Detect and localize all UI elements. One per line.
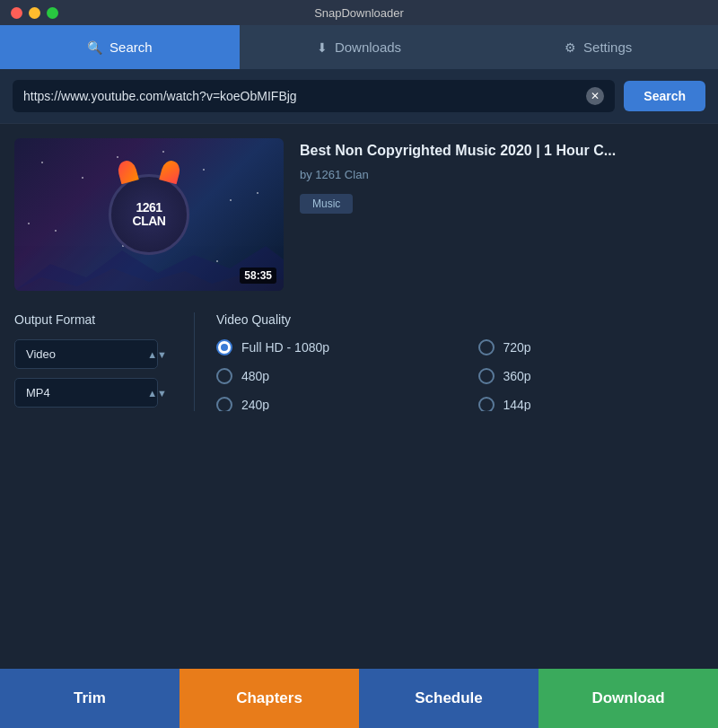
radio-360p-label: 360p <box>503 369 531 383</box>
radio-720p[interactable] <box>478 339 495 355</box>
nav-tabs: 🔍 Search ⬇ Downloads ⚙ Settings <box>0 25 718 69</box>
url-bar: ✕ Search <box>0 69 718 124</box>
radio-1080p-label: Full HD - 1080p <box>241 340 329 355</box>
quality-option-360p[interactable]: 360p <box>478 368 705 384</box>
video-info: Best Non Copyrighted Music 2020 | 1 Hour… <box>300 138 704 291</box>
bottom-toolbar: Trim Chapters Schedule Download <box>0 669 718 728</box>
content-spacer <box>0 411 718 670</box>
title-bar: SnapDownloader <box>0 0 718 25</box>
settings-section: Output Format Video Audio Video (No Audi… <box>14 312 704 411</box>
video-duration: 58:35 <box>240 268 276 284</box>
radio-480p[interactable] <box>216 368 232 384</box>
radio-144p-label: 144p <box>503 398 531 411</box>
video-quality-label: Video Quality <box>216 312 704 327</box>
maximize-window-button[interactable] <box>47 7 58 19</box>
url-input-wrap: ✕ <box>13 80 615 112</box>
video-quality-column: Video Quality Full HD - 1080p 720p 480p <box>194 312 704 411</box>
radio-360p[interactable] <box>478 368 495 384</box>
tab-downloads-label: Downloads <box>335 39 401 55</box>
schedule-button[interactable]: Schedule <box>359 669 538 728</box>
quality-option-1080p[interactable]: Full HD - 1080p <box>216 339 442 355</box>
window-controls <box>11 7 58 19</box>
video-title: Best Non Copyrighted Music 2020 | 1 Hour… <box>300 142 704 161</box>
radio-480p-label: 480p <box>241 369 269 383</box>
output-format-label: Output Format <box>14 312 176 327</box>
container-select-wrap: MP4 MKV AVI MOV WebM ▲▼ <box>14 378 176 408</box>
main-content: 1261CLAN 58:35 Best Non Copyrighted Musi… <box>0 124 718 411</box>
url-input[interactable] <box>23 89 579 103</box>
url-clear-button[interactable]: ✕ <box>586 87 604 105</box>
tab-settings-label: Settings <box>583 39 632 55</box>
close-window-button[interactable] <box>11 7 22 19</box>
video-thumbnail: 1261CLAN 58:35 <box>14 138 284 291</box>
download-button[interactable]: Download <box>538 669 718 728</box>
radio-1080p[interactable] <box>216 339 232 355</box>
output-format-column: Output Format Video Audio Video (No Audi… <box>14 312 194 411</box>
logo-text: 1261CLAN <box>133 201 166 229</box>
download-icon: ⬇ <box>317 40 328 55</box>
format-select-wrap: Video Audio Video (No Audio) ▲▼ <box>14 339 176 369</box>
channel-logo: 1261CLAN <box>109 174 189 255</box>
tab-search-label: Search <box>109 39 153 55</box>
quality-option-720p[interactable]: 720p <box>478 339 705 355</box>
container-select[interactable]: MP4 MKV AVI MOV WebM <box>14 378 158 408</box>
radio-240p-label: 240p <box>241 398 269 411</box>
search-button[interactable]: Search <box>624 81 705 111</box>
gear-icon: ⚙ <box>565 40 576 55</box>
radio-240p[interactable] <box>216 397 232 411</box>
radio-144p[interactable] <box>478 397 495 411</box>
video-card: 1261CLAN 58:35 Best Non Copyrighted Musi… <box>14 138 704 291</box>
video-author: by 1261 Clan <box>300 168 704 181</box>
quality-option-144p[interactable]: 144p <box>478 397 705 411</box>
minimize-window-button[interactable] <box>29 7 40 19</box>
radio-720p-label: 720p <box>503 340 531 355</box>
quality-radio-group: Full HD - 1080p 720p 480p 360p <box>216 339 704 411</box>
quality-option-240p[interactable]: 240p <box>216 397 442 411</box>
tab-search[interactable]: 🔍 Search <box>0 25 240 69</box>
format-select[interactable]: Video Audio Video (No Audio) <box>14 339 158 369</box>
chapters-button[interactable]: Chapters <box>180 669 359 728</box>
tab-downloads[interactable]: ⬇ Downloads <box>240 25 479 69</box>
tab-settings[interactable]: ⚙ Settings <box>478 25 718 69</box>
app-title: SnapDownloader <box>314 6 404 20</box>
search-icon: 🔍 <box>87 40 102 55</box>
video-tag: Music <box>300 194 353 214</box>
trim-button[interactable]: Trim <box>0 669 180 728</box>
quality-option-480p[interactable]: 480p <box>216 368 442 384</box>
